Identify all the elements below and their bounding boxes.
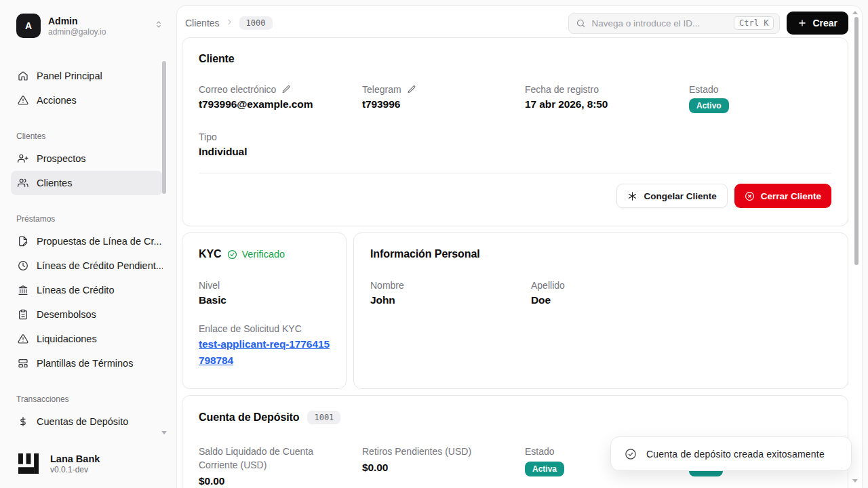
landmark-icon xyxy=(18,285,28,296)
status-label: Estado xyxy=(689,84,719,95)
field-kyc-link: Enlace de Solicitud KYC test-applicant-r… xyxy=(199,323,330,369)
kyc-verified-status: Verificado xyxy=(227,249,285,260)
field-telegram: Telegram t793996 xyxy=(362,84,525,113)
kyc-verified-label: Verificado xyxy=(241,249,285,260)
create-button[interactable]: Crear xyxy=(787,12,848,35)
freeze-client-button[interactable]: Congelar Cliente xyxy=(616,184,727,208)
registered-label: Fecha de registro xyxy=(525,84,599,95)
registered-value: 17 abr 2026, 8:50 xyxy=(525,98,689,110)
close-client-button[interactable]: Cerrar Cliente xyxy=(734,184,831,208)
personal-info-card: Información Personal Nombre John Apellid… xyxy=(353,232,848,389)
client-status-badge: Activo xyxy=(689,98,729,113)
deposit-status-badge: Activa xyxy=(525,462,564,476)
main-scroll-up-arrow[interactable] xyxy=(852,11,858,14)
circle-x-icon xyxy=(745,191,755,201)
brand-version: v0.0.1-dev xyxy=(50,465,100,474)
type-value: Individual xyxy=(199,146,362,158)
avatar: A xyxy=(16,14,41,38)
breadcrumb-id-badge: 1000 xyxy=(239,16,273,30)
field-pending-withdrawals: Retiros Pendientes (USD) $0.00 xyxy=(362,445,525,487)
deposit-account-id-badge: 1001 xyxy=(307,411,340,424)
lana-bank-logo xyxy=(16,451,41,476)
freeze-client-label: Congelar Cliente xyxy=(644,191,716,201)
sidebar-nav: Panel Principal Acciones Clientes Prospe… xyxy=(0,50,174,434)
field-type: Tipo Individual xyxy=(199,131,362,158)
toast-message: Cuenta de depósito creada exitosamente xyxy=(646,449,825,460)
search-input[interactable] xyxy=(591,18,728,28)
main-scrollbar-thumb[interactable] xyxy=(854,17,859,265)
kyc-applicant-link[interactable]: test-applicant-req-1776415798784 xyxy=(199,336,330,369)
sidebar-item-cuentas-deposito[interactable]: Cuentas de Depósito xyxy=(11,409,163,434)
sidebar-item-label: Desembolsos xyxy=(37,309,96,320)
pending-withdrawals-value: $0.00 xyxy=(362,462,525,474)
sidebar-item-label: Prospectos xyxy=(37,153,86,164)
chevrons-up-down-icon[interactable] xyxy=(153,19,164,33)
kyc-level-value: Basic xyxy=(199,294,330,306)
alert-triangle-icon xyxy=(18,95,28,106)
sidebar-item-label: Panel Principal xyxy=(37,70,102,81)
field-last-name: Apellido Doe xyxy=(531,280,831,306)
sidebar-item-clientes[interactable]: Clientes xyxy=(11,171,163,195)
sidebar-item-label: Plantillas de Términos xyxy=(37,358,133,369)
sidebar-item-liquidaciones[interactable]: Liquidaciones xyxy=(11,327,163,351)
user-email: admin@galoy.io xyxy=(48,27,146,37)
breadcrumb-clientes[interactable]: Clientes xyxy=(185,18,220,28)
alert-triangle-icon xyxy=(18,333,28,344)
create-button-label: Crear xyxy=(812,18,837,28)
deposit-card-title: Cuenta de Depósito xyxy=(199,411,299,424)
sidebar-scrollbar-thumb[interactable] xyxy=(162,61,166,194)
kyc-card-title: KYC xyxy=(199,248,221,260)
first-name-label: Nombre xyxy=(370,280,404,291)
field-kyc-level: Nivel Basic xyxy=(199,280,330,306)
type-label: Tipo xyxy=(199,131,217,142)
sidebar-item-panel-principal[interactable]: Panel Principal xyxy=(11,64,163,88)
sidebar-item-propuestas-linea-credito[interactable]: Propuestas de Línea de Cr... xyxy=(11,229,163,253)
global-search[interactable]: Ctrl K xyxy=(568,13,780,34)
edit-telegram-icon[interactable] xyxy=(407,85,416,94)
home-icon xyxy=(18,70,28,81)
sidebar-item-plantillas-terminos[interactable]: Plantillas de Términos xyxy=(11,351,163,375)
kyc-link-label: Enlace de Solicitud KYC xyxy=(199,323,302,334)
user-menu[interactable]: A Admin admin@galoy.io xyxy=(0,0,174,50)
clipboard-list-icon xyxy=(18,309,28,320)
sidebar: A Admin admin@galoy.io Panel Principal A… xyxy=(0,0,174,488)
sidebar-item-lineas-credito-pendientes[interactable]: Líneas de Crédito Pendient... xyxy=(11,253,163,278)
content-area: Cliente Correo electrónico t793996@examp… xyxy=(177,37,862,488)
chevron-right-icon xyxy=(225,17,234,29)
sidebar-item-label: Líneas de Crédito xyxy=(37,285,114,296)
breadcrumb: Clientes 1000 xyxy=(185,16,568,30)
sidebar-item-desembolsos[interactable]: Desembolsos xyxy=(11,302,163,327)
field-registered: Fecha de registro 17 abr 2026, 8:50 xyxy=(525,84,689,113)
file-pen-icon xyxy=(18,236,28,247)
snowflake-icon xyxy=(627,191,637,201)
sidebar-item-label: Cuentas de Depósito xyxy=(37,416,128,427)
brand-name: Lana Bank xyxy=(50,453,100,464)
sidebar-item-acciones[interactable]: Acciones xyxy=(11,88,163,113)
main-scroll-down-arrow[interactable] xyxy=(852,479,858,483)
field-settled-balance: Saldo Liquidado de Cuenta Corriente (USD… xyxy=(199,445,362,487)
edit-email-icon[interactable] xyxy=(281,85,291,94)
kyc-card: KYC Verificado Nivel Basic Enlace de Sol… xyxy=(182,232,347,389)
user-plus-icon xyxy=(18,153,28,164)
sidebar-item-lineas-credito[interactable]: Líneas de Crédito xyxy=(11,278,163,302)
sidebar-item-label: Líneas de Crédito Pendient... xyxy=(37,260,163,271)
sidebar-scroll-down-arrow[interactable] xyxy=(161,431,167,434)
clock-icon xyxy=(18,260,28,271)
client-card: Cliente Correo electrónico t793996@examp… xyxy=(182,37,848,226)
sidebar-item-label: Acciones xyxy=(37,95,77,106)
plus-icon xyxy=(797,18,807,28)
personal-card-title: Información Personal xyxy=(370,248,831,260)
toast-notification: Cuenta de depósito creada exitosamente xyxy=(610,436,852,471)
main-panel: Clientes 1000 Ctrl K Crear Cliente xyxy=(176,5,863,488)
sidebar-item-label: Clientes xyxy=(37,178,72,188)
field-first-name: Nombre John xyxy=(370,280,531,306)
check-circle-icon xyxy=(625,448,637,460)
kyc-level-label: Nivel xyxy=(199,280,220,291)
telegram-value: t793996 xyxy=(362,98,525,110)
brand-footer: Lana Bank v0.0.1-dev xyxy=(0,441,174,488)
first-name-value: John xyxy=(370,294,531,306)
field-client-status: Estado Activo xyxy=(689,84,831,113)
settled-balance-value: $0.00 xyxy=(199,475,362,487)
layout-panels-icon xyxy=(18,358,28,369)
sidebar-item-prospectos[interactable]: Prospectos xyxy=(11,146,163,171)
